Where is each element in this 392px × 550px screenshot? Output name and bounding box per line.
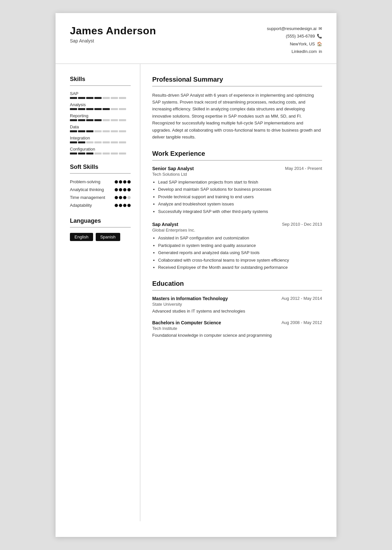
education-item: Bachelors in Computer Science Aug 2008 -… xyxy=(152,320,322,339)
summary-section: Professional Summary Results-driven SAP … xyxy=(152,76,322,141)
email-text: support@resumedesign.ai xyxy=(267,25,317,32)
skills-list: SAPAnalysisReportingDataIntegrationConfi… xyxy=(70,91,131,154)
soft-skill-item: Problem-solving xyxy=(70,179,131,185)
education-item: Masters in Information Technology Aug 20… xyxy=(152,296,322,315)
job-bullets: Lead SAP implementation projects from st… xyxy=(152,179,322,215)
edu-dates: Aug 2008 - May 2012 xyxy=(282,320,322,325)
phone-icon: 📞 xyxy=(317,32,322,40)
website-row: LinkedIn.com in xyxy=(267,48,322,55)
summary-text: Results-driven SAP Analyst with 6 years … xyxy=(152,92,322,141)
job-bullet: Participated in system testing and quali… xyxy=(158,242,322,249)
body: Skills SAPAnalysisReportingDataIntegrati… xyxy=(56,64,336,521)
education-section: Education Masters in Information Technol… xyxy=(152,280,322,339)
location-row: NewYork, US 🏠 xyxy=(267,40,322,48)
website-text: LinkedIn.com xyxy=(292,48,317,55)
location-text: NewYork, US xyxy=(290,40,315,48)
job-bullets: Assisted in SAP configuration and custom… xyxy=(152,235,322,271)
header-left: James Anderson Sap Analyst xyxy=(70,25,156,43)
main-content: Professional Summary Results-driven SAP … xyxy=(140,64,336,521)
languages-divider xyxy=(70,227,131,228)
job-company: Tech Solutions Ltd xyxy=(152,172,322,177)
soft-skills-title: Soft Skills xyxy=(70,164,131,170)
skill-item: SAP xyxy=(70,91,131,99)
job-bullet: Analyze and troubleshoot system issues xyxy=(158,201,322,207)
soft-skill-item: Adaptability xyxy=(70,202,131,208)
soft-skill-name: Analytical thinking xyxy=(70,187,115,193)
job-dates: May 2014 - Present xyxy=(285,166,322,171)
skill-item: Integration xyxy=(70,136,131,143)
skill-name: SAP xyxy=(70,91,131,96)
skills-divider xyxy=(70,85,131,86)
skill-name: Reporting xyxy=(70,113,131,118)
work-section: Work Experience Senior Sap Analyst May 2… xyxy=(152,150,322,271)
header-right: support@resumedesign.ai ✉ (555) 345-6789… xyxy=(267,25,322,56)
skill-item: Analysis xyxy=(70,102,131,110)
soft-skill-item: Time management xyxy=(70,195,131,201)
skill-item: Data xyxy=(70,124,131,132)
edu-school: State University xyxy=(152,302,322,307)
header: James Anderson Sap Analyst support@resum… xyxy=(56,13,336,64)
skills-section: Skills SAPAnalysisReportingDataIntegrati… xyxy=(70,76,131,154)
job-header: Senior Sap Analyst May 2014 - Present xyxy=(152,166,322,171)
job-bullet: Lead SAP implementation projects from st… xyxy=(158,179,322,186)
job-company: Global Enterprises Inc. xyxy=(152,228,322,233)
job-bullet: Successfully integrated SAP with other t… xyxy=(158,208,322,215)
job-item: Sap Analyst Sep 2010 - Dec 2013 Global E… xyxy=(152,222,322,271)
edu-school: Tech Institute xyxy=(152,326,322,331)
languages-title: Languages xyxy=(70,218,131,224)
edu-header: Masters in Information Technology Aug 20… xyxy=(152,296,322,301)
education-title: Education xyxy=(152,280,322,287)
language-tag: English xyxy=(70,233,93,241)
soft-skill-item: Analytical thinking xyxy=(70,187,131,193)
candidate-name: James Anderson xyxy=(70,25,156,37)
location-icon: 🏠 xyxy=(317,40,322,48)
phone-text: (555) 345-6789 xyxy=(286,32,315,40)
job-bullet: Collaborated with cross-functional teams… xyxy=(158,257,322,264)
edu-degree: Masters in Information Technology xyxy=(152,296,228,301)
job-dates: Sep 2010 - Dec 2013 xyxy=(282,222,322,227)
soft-skill-name: Problem-solving xyxy=(70,179,115,185)
edu-description: Foundational knowledge in computer scien… xyxy=(152,332,322,339)
soft-skill-name: Adaptability xyxy=(70,202,115,208)
email-icon: ✉ xyxy=(318,25,322,32)
jobs-list: Senior Sap Analyst May 2014 - Present Te… xyxy=(152,166,322,271)
candidate-title: Sap Analyst xyxy=(70,38,156,43)
edu-dates: Aug 2012 - May 2014 xyxy=(282,296,322,301)
job-bullet: Generated reports and analyzed data usin… xyxy=(158,250,322,256)
work-title: Work Experience xyxy=(152,150,322,157)
languages-list: EnglishSpanish xyxy=(70,233,131,241)
edu-degree: Bachelors in Computer Science xyxy=(152,320,221,325)
edu-header: Bachelors in Computer Science Aug 2008 -… xyxy=(152,320,322,325)
soft-skills-divider xyxy=(70,173,131,174)
job-bullet: Received Employee of the Month award for… xyxy=(158,264,322,271)
job-bullet: Assisted in SAP configuration and custom… xyxy=(158,235,322,241)
skill-name: Configuration xyxy=(70,147,131,152)
job-item: Senior Sap Analyst May 2014 - Present Te… xyxy=(152,166,322,215)
education-list: Masters in Information Technology Aug 20… xyxy=(152,296,322,339)
phone-row: (555) 345-6789 📞 xyxy=(267,32,322,40)
summary-title: Professional Summary xyxy=(152,76,322,83)
skill-name: Data xyxy=(70,124,131,129)
linkedin-icon: in xyxy=(319,48,322,55)
skill-name: Integration xyxy=(70,136,131,140)
skill-item: Reporting xyxy=(70,113,131,121)
job-title: Senior Sap Analyst xyxy=(152,166,194,171)
job-title: Sap Analyst xyxy=(152,222,178,227)
soft-skill-name: Time management xyxy=(70,195,115,201)
skill-item: Configuration xyxy=(70,147,131,154)
education-divider xyxy=(152,290,322,291)
job-header: Sap Analyst Sep 2010 - Dec 2013 xyxy=(152,222,322,227)
soft-skills-list: Problem-solvingAnalytical thinkingTime m… xyxy=(70,179,131,209)
job-bullet: Develop and maintain SAP solutions for b… xyxy=(158,186,322,193)
languages-section: Languages EnglishSpanish xyxy=(70,218,131,241)
soft-skills-section: Soft Skills Problem-solvingAnalytical th… xyxy=(70,164,131,209)
summary-divider xyxy=(152,86,322,87)
language-tag: Spanish xyxy=(96,233,120,241)
edu-description: Advanced studies in IT systems and techn… xyxy=(152,308,322,315)
skills-title: Skills xyxy=(70,76,131,83)
sidebar: Skills SAPAnalysisReportingDataIntegrati… xyxy=(56,64,140,521)
skill-name: Analysis xyxy=(70,102,131,107)
resume: James Anderson Sap Analyst support@resum… xyxy=(56,13,336,537)
work-divider xyxy=(152,160,322,161)
email-row: support@resumedesign.ai ✉ xyxy=(267,25,322,32)
